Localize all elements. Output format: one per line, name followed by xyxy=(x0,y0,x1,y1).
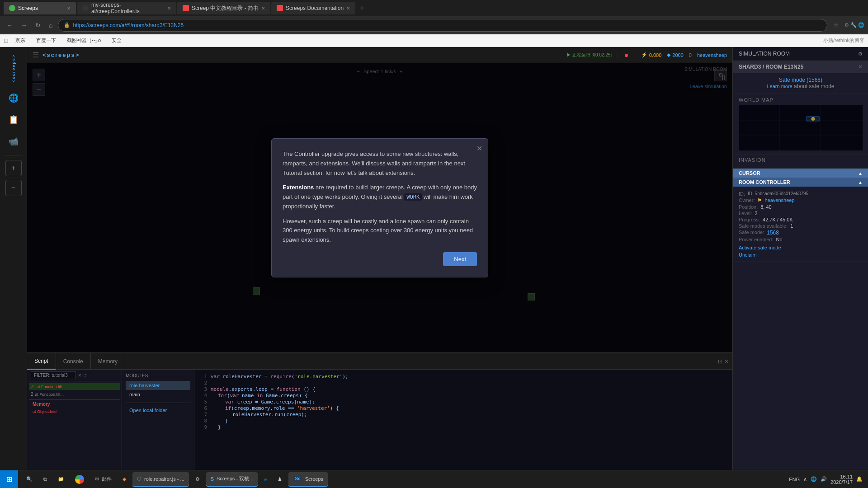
cursor-collapse-icon[interactable]: ▲ xyxy=(858,171,863,176)
taskbar-mail[interactable]: ✉ 邮件 xyxy=(90,472,116,487)
shard-close-button[interactable]: ✕ xyxy=(858,64,863,70)
taskbar-screeps2[interactable]: Sc Screeps xyxy=(288,472,328,487)
taskbar-explorer[interactable]: 📁 xyxy=(53,472,69,487)
code-line-1: 1 var roleHarvester = require('role.harv… xyxy=(198,374,729,380)
game-map[interactable]: + − ⚙ − Speed: 1 tick/s + SIMULATION ROO… xyxy=(27,63,732,352)
tab-docs[interactable]: Screeps Documentation ✕ xyxy=(271,2,355,14)
main-layout: <screeps> 🌐 📋 📹 + − ☰ <screeps> ▶ 正在运行 [… xyxy=(0,47,868,488)
tab-docs-label: Screeps Documentation xyxy=(286,5,344,11)
console-filter-row: ✕ ↺ xyxy=(27,370,122,381)
ext-jd[interactable]: 京东 xyxy=(12,36,29,45)
taskbar-ie[interactable]: e xyxy=(259,472,271,487)
owner-label: Owner: xyxy=(739,197,755,203)
module-main[interactable]: main xyxy=(126,390,190,399)
works-code: WORK xyxy=(404,193,422,201)
tab-bar: Screeps ✕ my-screeps-ai/creepController.… xyxy=(0,0,868,16)
expand-console-button[interactable]: ⊡ xyxy=(718,358,722,365)
ext-security[interactable]: 安全 xyxy=(108,36,125,45)
module-role-harvester[interactable]: role.harvester xyxy=(126,381,190,390)
address-bar[interactable]: 🔒 https://screeps.com/a/#!/room/shard3/E… xyxy=(58,19,827,32)
energy-value: 0.000 xyxy=(649,52,662,58)
level-label: Level: xyxy=(739,211,752,216)
tab-github[interactable]: my-screeps-ai/creepController.ts ✕ xyxy=(77,2,176,14)
filter-clear[interactable]: ✕ xyxy=(78,373,81,378)
bottom-controls: ⊡ ✕ xyxy=(714,358,732,365)
line-num-4: 4 xyxy=(198,393,207,399)
unclaim-button[interactable]: Unclaim xyxy=(739,252,863,258)
new-tab-button[interactable]: + xyxy=(356,4,368,12)
header-separator1: | xyxy=(617,52,618,58)
taskbar-chrome[interactable] xyxy=(71,472,89,487)
tab-close-github[interactable]: ✕ xyxy=(167,6,171,11)
start-button[interactable]: ⊞ xyxy=(0,470,18,488)
taskbar-idea[interactable]: ◆ xyxy=(118,472,131,487)
activate-safe-mode-button[interactable]: Activate safe mode xyxy=(739,245,863,250)
resource-display: ◆ 2000 xyxy=(667,52,683,58)
collapse-console-button[interactable]: ✕ xyxy=(724,358,729,365)
dialog-paragraph-3: However, such a creep will be costly and… xyxy=(283,217,477,245)
taskbar-generic1[interactable]: ⚙ xyxy=(191,472,204,487)
taskbar-task-view[interactable]: ⧉ xyxy=(39,472,52,487)
position-value: 8, 40 xyxy=(760,204,771,210)
learn-more-suffix: about safe mode xyxy=(794,83,834,89)
line-text-8: } xyxy=(211,418,228,424)
room-controller-header[interactable]: ROOM CONTROLLER ▲ xyxy=(733,178,868,187)
sidebar-minus-button[interactable]: − xyxy=(5,180,22,196)
refresh-button[interactable]: ↻ xyxy=(33,20,43,31)
sidebar-video-button[interactable]: 📹 xyxy=(4,131,24,151)
ext-baidu[interactable]: 百度一下 xyxy=(33,36,60,45)
screeps-browser-label: Screeps - 双核... xyxy=(217,475,253,482)
tab-screeps[interactable]: Screeps ✕ xyxy=(4,2,76,14)
header-menu-icon[interactable]: ☰ xyxy=(33,51,39,59)
tab-chinese[interactable]: Screep 中文教程目录 - 简书 ✕ xyxy=(177,2,270,14)
code-editor[interactable]: 1 var roleHarvester = require('role.harv… xyxy=(194,370,732,478)
code-line-8: 8 } xyxy=(198,418,729,424)
rs-settings-icon[interactable]: ⚙ xyxy=(858,51,863,57)
taskbar-steam[interactable]: ♟ xyxy=(273,472,287,487)
error-text-2: at Function.filt... xyxy=(35,392,64,397)
notification-button[interactable]: 🔔 xyxy=(856,476,863,482)
screeps-sidebar: <screeps> 🌐 📋 📹 + − xyxy=(0,47,27,488)
sidebar-globe-button[interactable]: 🌐 xyxy=(4,88,24,108)
learn-more-link[interactable]: Learn more xyxy=(767,84,792,89)
taskbar-vscode[interactable]: ⬡ role.repairer.js - ... xyxy=(132,472,189,487)
taskbar-search[interactable]: 🔍 xyxy=(22,472,37,487)
header-recording: ⏺ xyxy=(624,52,629,58)
tab-close-chinese[interactable]: ✕ xyxy=(261,6,265,11)
open-local-folder-button[interactable]: Open local folder xyxy=(126,407,190,414)
filter-input[interactable] xyxy=(31,371,76,379)
forward-button[interactable]: → xyxy=(18,20,30,31)
taskbar-items: 🔍 ⧉ 📁 ✉ 邮件 ◆ ⬡ role.repairer.js - ... ⚙ … xyxy=(18,472,783,487)
owner-value[interactable]: heavensheep xyxy=(764,197,794,203)
back-button[interactable]: ← xyxy=(4,20,15,31)
home-button[interactable]: ⌂ xyxy=(46,20,55,31)
tab-close-screeps[interactable]: ✕ xyxy=(67,6,71,11)
cursor-section[interactable]: CURSOR ▲ xyxy=(733,169,868,178)
script-tab[interactable]: Script xyxy=(27,353,56,370)
memory-tab[interactable]: Memory xyxy=(91,353,125,370)
github-favicon xyxy=(82,5,89,11)
code-line-7: 7 roleHarvester.run(creep); xyxy=(198,412,729,418)
progress-row: Progress: 42.7K / 45.0K xyxy=(739,217,863,222)
bookmarks-bar: ☆ xyxy=(834,22,838,28)
filter-refresh[interactable]: ↺ xyxy=(83,373,87,378)
taskbar: ⊞ 🔍 ⧉ 📁 ✉ 邮件 ◆ ⬡ role.repairer.js - ... … xyxy=(0,470,868,488)
taskbar-screeps-browser[interactable]: S Screeps - 双核... xyxy=(206,472,258,487)
chinese-favicon xyxy=(183,5,189,11)
sidebar-calendar-button[interactable]: 📋 xyxy=(4,110,24,130)
dialog-close-button[interactable]: ✕ xyxy=(476,144,482,153)
line-num-6: 6 xyxy=(198,405,207,411)
ext-screenshot[interactable]: 截图神器（·っo xyxy=(63,36,104,45)
energy-icon: ⚡ xyxy=(641,52,647,58)
console-tab[interactable]: Console xyxy=(56,353,91,370)
header-right: ▶ 正在运行 [00:02:25] | ⏺ | ⚡ 0.000 ◆ 2000 0… xyxy=(566,52,727,58)
tab-close-docs[interactable]: ✕ xyxy=(346,6,350,11)
vscode-icon: ⬡ xyxy=(137,476,142,482)
sidebar-plus-button[interactable]: + xyxy=(5,160,22,176)
room-ctrl-collapse-icon[interactable]: ▲ xyxy=(858,180,863,185)
taskbar-up-arrow[interactable]: ∧ xyxy=(803,476,807,482)
game-header: ☰ <screeps> ▶ 正在运行 [00:02:25] | ⏺ | ⚡ 0.… xyxy=(27,47,732,63)
memory-label: Memory xyxy=(29,399,120,408)
next-button[interactable]: Next xyxy=(443,252,477,266)
console-left-panel: ✕ ↺ ⚠ at Function.filt... 2 at Function.… xyxy=(27,370,122,478)
